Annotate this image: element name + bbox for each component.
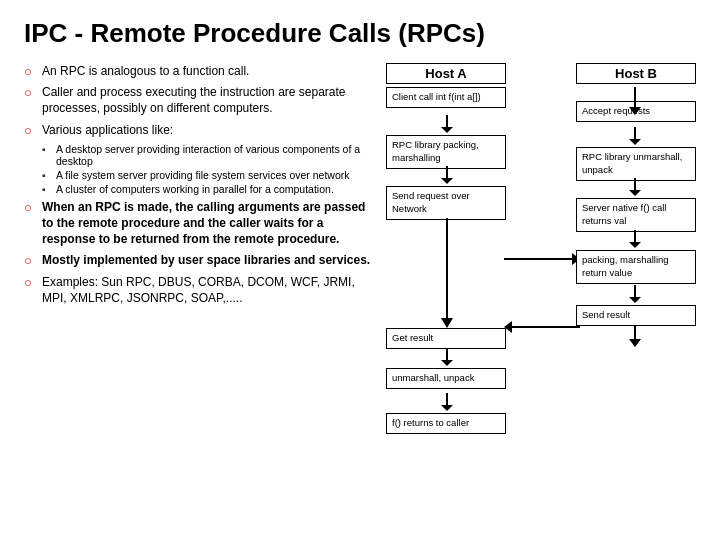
host-b-label: Host B	[576, 63, 696, 84]
arrow-b4-b5	[629, 285, 641, 303]
bullet-item-2: ○Various applications like:	[24, 122, 376, 138]
sub-bullet-2-0: A desktop server providing interaction o…	[42, 143, 376, 167]
sub-bullets: A desktop server providing interaction o…	[42, 143, 376, 195]
box-b4: packing, marshalling return value	[576, 250, 696, 284]
arrow-b2-b3	[629, 178, 641, 196]
box-b5: Send result	[576, 305, 696, 326]
arrow-network-left	[504, 321, 580, 333]
svg-marker-23	[504, 321, 512, 333]
bullet-item-3: ○When an RPC is made, the calling argume…	[24, 199, 376, 248]
box-a6: f() returns to caller	[386, 413, 506, 434]
box-a3: Send request over Network	[386, 186, 506, 220]
svg-marker-21	[629, 297, 641, 303]
box-b3: Server native f() call returns val	[576, 198, 696, 232]
arrow-b-down-cont	[629, 325, 641, 347]
svg-marker-3	[441, 178, 453, 184]
left-column: ○An RPC is analogous to a function call.…	[24, 63, 386, 463]
box-b2: RPC library unmarshall, unpack	[576, 147, 696, 181]
sub-bullet-2-1: A file system server providing file syst…	[42, 169, 376, 181]
bullet-text: Various applications like:	[42, 122, 173, 138]
bullet-item-1: ○Caller and process executing the instru…	[24, 84, 376, 116]
svg-marker-19	[629, 242, 641, 248]
bullet-icon: ○	[24, 200, 36, 215]
bullet-icon: ○	[24, 85, 36, 100]
arrow-a1-a2	[441, 115, 453, 133]
svg-marker-9	[441, 360, 453, 366]
svg-marker-15	[629, 139, 641, 145]
arrow-b3-b4	[629, 230, 641, 248]
right-diagram: Host A Host B Client call int f(int a[])…	[386, 63, 696, 463]
bullet-icon: ○	[24, 123, 36, 138]
svg-marker-11	[441, 405, 453, 411]
arrow-a5-a6	[441, 393, 453, 411]
svg-marker-7	[441, 318, 453, 328]
bullet-icon: ○	[24, 64, 36, 79]
bullet-item-0: ○An RPC is analogous to a function call.	[24, 63, 376, 79]
bullet-text: An RPC is analogous to a function call.	[42, 63, 249, 79]
svg-marker-25	[629, 339, 641, 347]
bullet-item-5: ○Examples: Sun RPC, DBUS, CORBA, DCOM, W…	[24, 274, 376, 306]
bullet-text: Examples: Sun RPC, DBUS, CORBA, DCOM, WC…	[42, 274, 376, 306]
bullet-text: Caller and process executing the instruc…	[42, 84, 376, 116]
bullet-item-4: ○Mostly implemented by user space librar…	[24, 252, 376, 268]
arrow-b-down-big	[629, 87, 641, 115]
sub-bullet-2-2: A cluster of computers working in parall…	[42, 183, 376, 195]
arrow-a-down-big	[441, 218, 453, 328]
host-a-label: Host A	[386, 63, 506, 84]
diagram-container: Host A Host B Client call int f(int a[])…	[386, 63, 696, 463]
box-a2: RPC library packing, marshalling	[386, 135, 506, 169]
arrow-b1-b2	[629, 127, 641, 145]
arrow-network-right	[504, 253, 580, 265]
box-a5: unmarshall, unpack	[386, 368, 506, 389]
bullet-icon: ○	[24, 275, 36, 290]
page-title: IPC - Remote Procedure Calls (RPCs)	[24, 18, 696, 49]
arrow-a4-a5	[441, 348, 453, 366]
box-a1: Client call int f(int a[])	[386, 87, 506, 108]
bullet-text: Mostly implemented by user space librari…	[42, 252, 370, 268]
bullet-text: When an RPC is made, the calling argumen…	[42, 199, 376, 248]
svg-marker-1	[441, 127, 453, 133]
bullet-icon: ○	[24, 253, 36, 268]
box-a4: Get result	[386, 328, 506, 349]
arrow-a2-a3	[441, 166, 453, 184]
svg-marker-13	[629, 107, 641, 115]
svg-marker-17	[629, 190, 641, 196]
